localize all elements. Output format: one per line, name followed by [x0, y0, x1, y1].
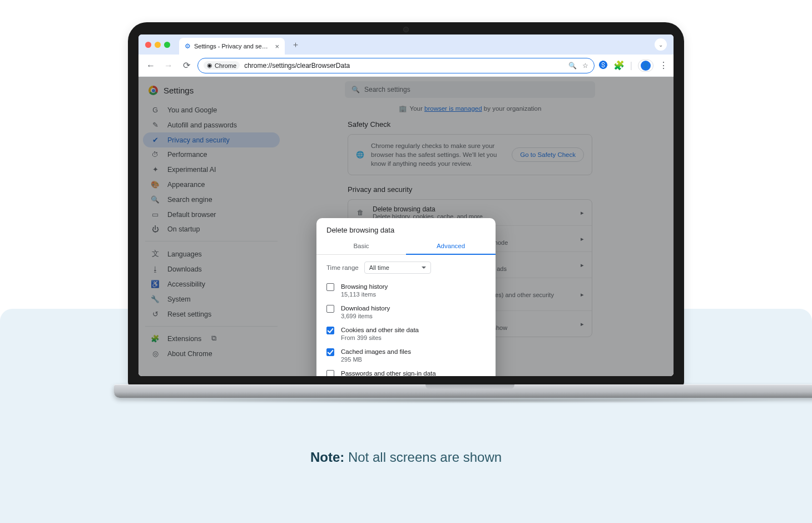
checkbox[interactable]: [326, 283, 334, 291]
delete-browsing-data-dialog: Delete browsing data Basic Advanced Time…: [316, 218, 496, 376]
caption: Note: Not all screens are shown: [0, 450, 812, 465]
option-cookies[interactable]: Cookies and other site dataFrom 399 site…: [326, 323, 486, 344]
bookmark-icon[interactable]: ☆: [582, 62, 588, 70]
close-window-icon[interactable]: [145, 42, 151, 48]
option-passwords[interactable]: Passwords and other sign-in data8 passwo…: [326, 366, 486, 376]
time-range-label: Time range: [326, 264, 359, 271]
dialog-title: Delete browsing data: [316, 225, 496, 239]
tab-strip: ⚙ Settings - Privacy and security × ＋ ⌄: [138, 34, 674, 55]
new-tab-button[interactable]: ＋: [288, 37, 303, 52]
back-icon[interactable]: ←: [144, 59, 157, 72]
tab-title: Settings - Privacy and security: [194, 43, 269, 50]
extensions-icon[interactable]: 🧩: [613, 60, 625, 71]
checkbox[interactable]: [326, 348, 334, 356]
window-controls: [145, 42, 170, 48]
laptop-base: [114, 384, 812, 398]
close-tab-icon[interactable]: ×: [275, 42, 279, 51]
sync-icon[interactable]: 🅢: [599, 61, 608, 71]
tab-basic[interactable]: Basic: [316, 239, 406, 254]
option-download-history[interactable]: Download history3,699 items: [326, 301, 486, 323]
checkbox[interactable]: [326, 327, 334, 334]
address-bar: ← → ⟳ ◉ Chrome chrome://settings/clearBr…: [138, 55, 674, 77]
checkbox[interactable]: [326, 370, 334, 376]
screen: ⚙ Settings - Privacy and security × ＋ ⌄ …: [138, 34, 674, 376]
minimize-window-icon[interactable]: [155, 42, 161, 48]
profile-button[interactable]: 👤: [638, 60, 653, 72]
url-field[interactable]: ◉ Chrome chrome://settings/clearBrowserD…: [197, 58, 595, 73]
browser-tab[interactable]: ⚙ Settings - Privacy and security ×: [179, 38, 285, 55]
url-origin-chip: ◉ Chrome: [204, 61, 240, 70]
url-text: chrome://settings/clearBrowserData: [244, 62, 350, 70]
time-range-select[interactable]: All time: [364, 262, 431, 274]
maximize-window-icon[interactable]: [164, 42, 170, 48]
option-browsing-history[interactable]: Browsing history15,113 items: [326, 279, 486, 301]
option-cached[interactable]: Cached images and files295 MB: [326, 344, 486, 366]
checkbox[interactable]: [326, 305, 334, 313]
webcam: [403, 27, 409, 32]
reload-icon[interactable]: ⟳: [180, 59, 193, 72]
avatar-icon: 👤: [641, 61, 651, 71]
tab-advanced[interactable]: Advanced: [406, 239, 496, 255]
tabs-dropdown-icon[interactable]: ⌄: [655, 38, 667, 51]
kebab-menu-icon[interactable]: ⋮: [659, 60, 668, 71]
zoom-icon[interactable]: 🔍: [568, 62, 577, 70]
gear-icon: ⚙: [185, 42, 191, 50]
forward-icon[interactable]: →: [162, 59, 175, 72]
